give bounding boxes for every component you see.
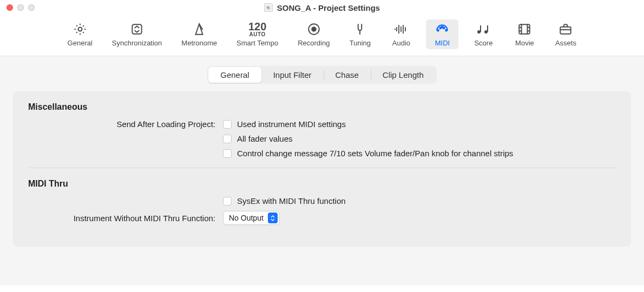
tab-assets[interactable]: Assets (549, 19, 582, 49)
send-after-label: Send After Loading Project: (28, 120, 223, 129)
tab-synchronization[interactable]: Synchronization (107, 19, 168, 49)
tab-label: Metronome (181, 39, 217, 47)
subtab-general[interactable]: General (208, 67, 261, 83)
checkbox-label: SysEx with MIDI Thru function (237, 196, 346, 205)
tab-label: Recording (298, 39, 330, 47)
instrument-without-select[interactable]: No Output (223, 211, 280, 225)
tuning-fork-icon (353, 22, 367, 37)
subtab-clip-length[interactable]: Clip Length (371, 67, 436, 83)
settings-panel: Miscellaneous Send After Loading Project… (13, 91, 631, 247)
traffic-lights (6, 4, 35, 11)
tab-metronome[interactable]: Metronome (176, 19, 222, 49)
tab-recording[interactable]: Recording (292, 19, 335, 49)
tab-score[interactable]: Score (467, 19, 500, 49)
toolbar: General Synchronization Metronome 120 AU… (0, 15, 644, 56)
tab-audio[interactable]: Audio (385, 19, 417, 49)
zoom-button[interactable] (28, 4, 35, 11)
svg-point-8 (442, 26, 443, 28)
metronome-icon (192, 22, 206, 37)
svg-rect-10 (480, 25, 481, 32)
tempo-auto: AUTO (249, 32, 266, 37)
tab-midi[interactable]: MIDI (426, 19, 458, 49)
tab-label: MIDI (435, 39, 450, 47)
svg-rect-14 (561, 27, 571, 34)
film-icon (517, 22, 531, 37)
tempo-icon: 120 AUTO (248, 22, 266, 37)
subtab-input-filter[interactable]: Input Filter (261, 67, 324, 83)
record-icon (307, 22, 321, 37)
svg-point-7 (446, 30, 448, 31)
tab-label: Tuning (350, 39, 371, 47)
window-title: SONG_A - Project Settings (277, 3, 380, 12)
tab-general[interactable]: General (62, 19, 98, 49)
checkbox-cc710[interactable] (223, 149, 232, 158)
svg-point-0 (78, 28, 82, 31)
section-title-misc: Miscellaneous (28, 102, 616, 112)
titlebar: ⎋ SONG_A - Project Settings (0, 0, 644, 15)
tab-label: Score (474, 39, 492, 47)
svg-rect-12 (487, 25, 488, 32)
project-icon: ⎋ (264, 3, 273, 12)
svg-point-4 (438, 30, 439, 31)
svg-point-6 (443, 28, 445, 29)
svg-point-3 (312, 27, 316, 31)
tab-tuning[interactable]: Tuning (344, 19, 376, 49)
svg-point-5 (440, 28, 442, 29)
chevron-updown-icon (268, 213, 278, 223)
checkbox-used-instrument[interactable] (223, 120, 232, 129)
close-button[interactable] (6, 4, 13, 11)
tempo-value: 120 (248, 21, 266, 32)
tab-smart-tempo[interactable]: 120 AUTO Smart Tempo (231, 19, 284, 49)
subtab-bar: General Input Filter Chase Clip Length (0, 56, 644, 91)
checkbox-all-fader[interactable] (223, 135, 232, 143)
select-value: No Output (229, 214, 268, 222)
waveform-icon (393, 22, 409, 37)
tab-label: General (68, 39, 93, 47)
tab-label: Movie (515, 39, 534, 47)
subtab-chase[interactable]: Chase (324, 67, 371, 83)
briefcase-icon (558, 22, 573, 37)
tab-movie[interactable]: Movie (508, 19, 541, 49)
tab-label: Synchronization (112, 39, 162, 47)
gear-icon (73, 22, 87, 37)
checkbox-label: Control change message 7/10 sets Volume … (237, 149, 513, 158)
tab-label: Audio (392, 39, 410, 47)
score-icon (475, 22, 491, 37)
divider (28, 168, 616, 168)
minimize-button[interactable] (17, 4, 24, 11)
tab-label: Smart Tempo (236, 39, 278, 47)
section-title-midi-thru: MIDI Thru (28, 179, 616, 189)
sync-icon (130, 22, 144, 37)
checkbox-label: All fader values (237, 134, 293, 143)
instrument-without-label: Instrument Without MIDI Thru Function: (28, 214, 223, 223)
tab-label: Assets (555, 39, 576, 47)
svg-rect-13 (520, 24, 530, 34)
midi-icon (435, 22, 449, 37)
checkbox-sysex[interactable] (223, 197, 232, 205)
checkbox-label: Used instrument MIDI settings (237, 120, 346, 129)
content-area: General Input Filter Chase Clip Length M… (0, 56, 644, 286)
